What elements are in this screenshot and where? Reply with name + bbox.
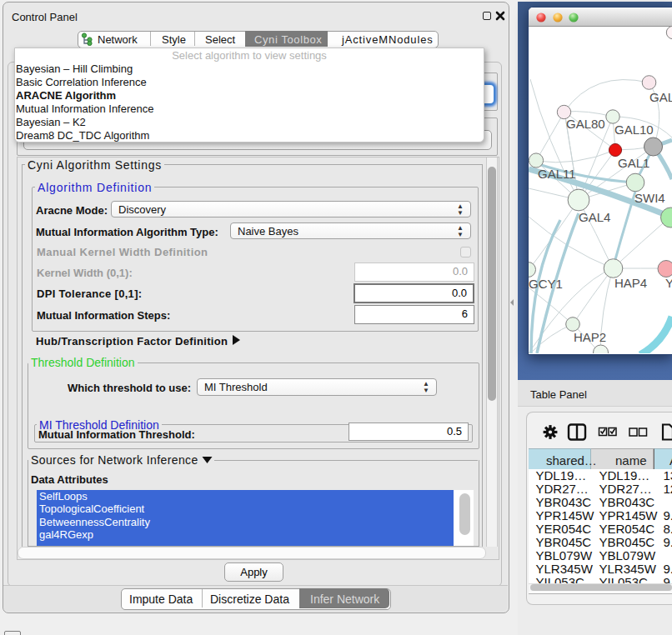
svg-text:GAL11: GAL11 bbox=[538, 167, 576, 181]
svg-text:GAL1: GAL1 bbox=[618, 156, 649, 170]
svg-text:GAL10: GAL10 bbox=[614, 122, 654, 137]
svg-text:HAP2: HAP2 bbox=[574, 330, 606, 344]
svg-text:GAL7: GAL7 bbox=[649, 90, 672, 104]
svg-text:YD: YD bbox=[665, 276, 672, 290]
svg-text:GAL80: GAL80 bbox=[566, 117, 605, 131]
svg-text:SWI4: SWI4 bbox=[634, 191, 665, 205]
svg-text:HAP4: HAP4 bbox=[614, 276, 647, 290]
svg-text:GAL4: GAL4 bbox=[579, 210, 610, 224]
svg-text:GCY1: GCY1 bbox=[529, 277, 563, 291]
